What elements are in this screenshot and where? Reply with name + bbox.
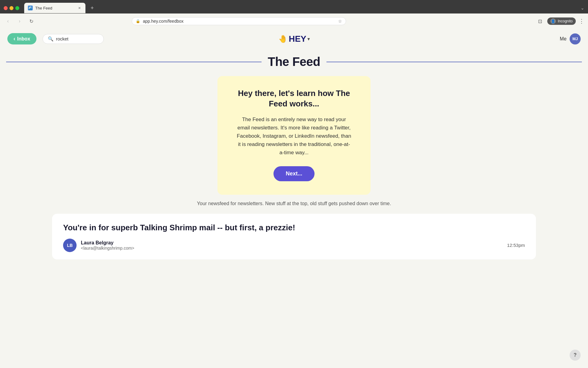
hey-logo-text: HEY xyxy=(289,34,307,44)
search-icon: 🔍 xyxy=(48,36,54,42)
browser-menu-button[interactable]: ⋮ xyxy=(579,18,584,25)
new-tab-button[interactable]: + xyxy=(88,4,96,12)
newsletter-card: You're in for superb Talking Shrimp mail… xyxy=(52,214,536,259)
tab-list-chevron[interactable]: ⌄ xyxy=(581,6,584,10)
close-traffic-light[interactable] xyxy=(4,6,8,10)
incognito-label: Incognito xyxy=(558,19,573,23)
intro-card: Hey there, let's learn how The Feed work… xyxy=(217,76,371,195)
traffic-lights xyxy=(4,6,19,10)
header-right: Me MJ xyxy=(560,33,581,44)
inbox-button[interactable]: ‹ Inbox xyxy=(7,33,36,44)
tab-favicon: 🌊 xyxy=(28,6,33,10)
newsletter-sender: LB Laura Belgray <laura@talkingshrimp.co… xyxy=(63,239,525,252)
inbox-label: Inbox xyxy=(17,36,30,42)
avatar[interactable]: MJ xyxy=(570,33,581,44)
help-button[interactable]: ? xyxy=(570,350,581,361)
tab-bar: 🌊 The Feed ✕ + ⌄ xyxy=(0,0,588,13)
address-bar: ‹ › ↻ 🔒 app.hey.com/feedbox ☆ ⊡ 👤 Incogn… xyxy=(0,13,588,29)
intro-card-title: Hey there, let's learn how The Feed work… xyxy=(236,88,352,109)
inbox-chevron-icon: ‹ xyxy=(13,36,15,42)
maximize-traffic-light[interactable] xyxy=(15,6,19,10)
next-button[interactable]: Next... xyxy=(273,166,315,181)
page-title-section: The Feed xyxy=(0,49,588,76)
app-header: ‹ Inbox 🔍 rocket 🤚 HEY ▾ Me MJ xyxy=(0,29,588,49)
sender-email: <laura@talkingshrimp.com> xyxy=(81,246,134,251)
tagline: Your newsfeed for newsletters. New stuff… xyxy=(0,201,588,206)
title-line-right xyxy=(326,62,582,62)
browser-chrome: 🌊 The Feed ✕ + ⌄ ‹ › ↻ 🔒 app.hey.com/fee… xyxy=(0,0,588,29)
page-title: The Feed xyxy=(268,55,320,69)
search-input[interactable]: rocket xyxy=(56,36,69,41)
refresh-button[interactable]: ↻ xyxy=(27,17,36,25)
hey-hand-icon: 🤚 xyxy=(278,35,288,43)
incognito-user-icon: 👤 xyxy=(550,18,556,24)
newsletter-title: You're in for superb Talking Shrimp mail… xyxy=(63,223,525,232)
app-content: ‹ Inbox 🔍 rocket 🤚 HEY ▾ Me MJ The Feed … xyxy=(0,29,588,368)
hey-dropdown-chevron: ▾ xyxy=(307,36,310,41)
browser-toolbar-right: ⊡ 👤 Incognito ⋮ xyxy=(536,17,584,25)
forward-button[interactable]: › xyxy=(15,17,24,25)
me-label: Me xyxy=(560,36,567,42)
intro-card-body: The Feed is an entirely new way to read … xyxy=(236,115,352,157)
hey-logo[interactable]: 🤚 HEY ▾ xyxy=(278,34,310,44)
minimize-traffic-light[interactable] xyxy=(9,6,13,10)
back-button[interactable]: ‹ xyxy=(4,17,12,25)
extensions-icon[interactable]: ⊡ xyxy=(536,17,544,25)
title-line-left xyxy=(6,62,262,62)
incognito-badge: 👤 Incognito xyxy=(547,17,576,25)
sender-avatar: LB xyxy=(63,239,77,252)
tab-title-label: The Feed xyxy=(35,6,74,10)
sender-name: Laura Belgray xyxy=(81,240,134,246)
sender-time: 12:53pm xyxy=(507,243,525,248)
active-tab[interactable]: 🌊 The Feed ✕ xyxy=(24,3,85,13)
url-text: app.hey.com/feedbox xyxy=(143,19,336,24)
tab-close-button[interactable]: ✕ xyxy=(77,6,82,10)
bookmark-icon[interactable]: ☆ xyxy=(338,19,342,24)
sender-info: Laura Belgray <laura@talkingshrimp.com> xyxy=(81,240,134,251)
url-bar[interactable]: 🔒 app.hey.com/feedbox ☆ xyxy=(132,17,346,25)
search-area[interactable]: 🔍 rocket xyxy=(43,34,104,44)
lock-icon: 🔒 xyxy=(136,19,140,23)
